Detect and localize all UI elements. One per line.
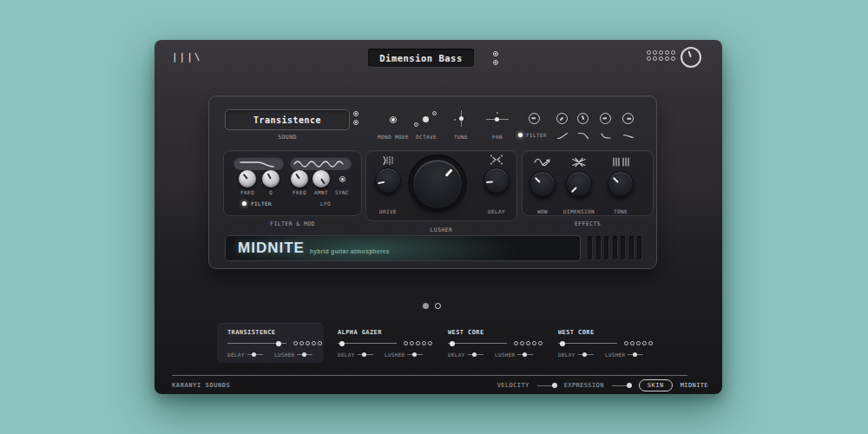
- dimension-label: DIMENSION: [553, 208, 605, 214]
- lusher-section-label: LUSHER: [365, 227, 517, 233]
- sound-selector[interactable]: Transistence: [225, 109, 350, 130]
- tone-label: TONE: [603, 208, 638, 214]
- strip-lusher-slider[interactable]: [297, 354, 312, 355]
- strip-slider[interactable]: [227, 343, 286, 344]
- delay-icon: [490, 155, 503, 165]
- product-banner: MIDNITE hybrid guitar atmospheres: [225, 235, 581, 261]
- preset-strip[interactable]: WEST COREDELAYLUSHER: [548, 323, 654, 363]
- preset-strip[interactable]: ALPHA GAZERDELAYLUSHER: [327, 323, 434, 363]
- sync-button[interactable]: [339, 176, 345, 182]
- velocity-slider[interactable]: [537, 385, 556, 386]
- preset-strip[interactable]: WEST COREDELAYLUSHER: [437, 323, 544, 363]
- strip-delay-label: DELAY: [227, 352, 245, 358]
- filter-knob-3[interactable]: [600, 113, 611, 124]
- wow-icon: [533, 156, 552, 168]
- filter-curve-lowpass-icon[interactable]: [577, 132, 589, 140]
- footer-divider: [172, 375, 687, 376]
- strip-delay-slider[interactable]: [247, 354, 263, 355]
- filter-led[interactable]: [518, 133, 523, 137]
- lfo-amount-knob[interactable]: [312, 170, 330, 187]
- master-volume-knob[interactable]: [681, 47, 701, 68]
- strip-lusher-slider[interactable]: [517, 354, 533, 355]
- pan-tick: [496, 112, 498, 114]
- strip-slider-handle[interactable]: [450, 341, 455, 346]
- sound-label: SOUND: [225, 134, 350, 141]
- filter-enable-led[interactable]: [242, 201, 247, 206]
- strip-dots[interactable]: [624, 341, 653, 345]
- plugin-window: |||\ Dimension Bass Transistence SOUND M…: [155, 40, 722, 394]
- strip-lusher-slider[interactable]: [407, 354, 423, 355]
- filter-knob-1[interactable]: [556, 113, 568, 124]
- pan-slider-handle[interactable]: [495, 117, 499, 122]
- preset-display[interactable]: Dimension Bass: [368, 49, 474, 67]
- voice-dots-grid[interactable]: [647, 50, 675, 61]
- sound-up-button[interactable]: [353, 111, 358, 116]
- preset-name: Dimension Bass: [379, 53, 463, 63]
- preset-down-button[interactable]: [493, 60, 498, 65]
- lusher-box: DRIVE DELAY: [365, 150, 517, 221]
- strip-delay-slider[interactable]: [468, 354, 483, 355]
- strip-dots[interactable]: [514, 341, 542, 345]
- mono-mode-button[interactable]: [390, 116, 397, 123]
- strip-lusher-label: LUSHER: [274, 352, 294, 358]
- strip-slider[interactable]: [338, 343, 397, 344]
- tune-tick: [454, 119, 456, 121]
- lfo-label: LFO: [308, 201, 343, 207]
- strip-delay-label: DELAY: [448, 352, 465, 358]
- lusher-knob[interactable]: [412, 159, 463, 209]
- lfo-shape-display[interactable]: [290, 157, 352, 170]
- filter-curve-soft-icon[interactable]: [622, 132, 635, 140]
- brand-label: KARANYI SOUNDS: [172, 382, 230, 389]
- filter-row-label: FILTER: [526, 132, 547, 138]
- strip-title: WEST CORE: [558, 329, 595, 336]
- lfo-freq-knob[interactable]: [291, 170, 308, 187]
- strip-slider[interactable]: [558, 343, 617, 344]
- tune-slider-handle[interactable]: [459, 116, 464, 121]
- drive-label: DRIVE: [371, 208, 405, 214]
- octave-low-button[interactable]: [414, 122, 418, 127]
- strip-slider-handle[interactable]: [560, 341, 565, 346]
- effects-box: WOW DIMENSION TONE: [522, 150, 654, 216]
- page-dot-2[interactable]: [435, 303, 441, 309]
- expression-slider[interactable]: [612, 385, 631, 386]
- strip-slider-handle[interactable]: [276, 341, 281, 346]
- filter-curve-fall-icon[interactable]: [600, 132, 612, 140]
- delay-label: DELAY: [479, 208, 514, 214]
- footer-bar: KARANYI SOUNDS VELOCITY EXPRESSION SKIN …: [155, 377, 722, 394]
- strip-slider-handle[interactable]: [339, 341, 345, 346]
- page-dot-1[interactable]: [423, 303, 429, 309]
- banner-title: MIDNITE: [238, 240, 305, 257]
- strip-lusher-label: LUSHER: [495, 352, 515, 358]
- filter-q-knob[interactable]: [262, 170, 279, 187]
- preset-up-button[interactable]: [493, 51, 498, 56]
- dimension-icon: [571, 157, 587, 168]
- strip-dots[interactable]: [404, 341, 432, 345]
- dimension-knob[interactable]: [566, 171, 592, 197]
- strip-title: WEST CORE: [448, 329, 484, 336]
- filter-freq-knob[interactable]: [239, 170, 256, 187]
- strip-lusher-slider[interactable]: [628, 354, 643, 355]
- preset-strip[interactable]: TRANSISTENCEDELAYLUSHER: [217, 323, 324, 363]
- delay-knob[interactable]: [483, 168, 510, 194]
- strip-slider[interactable]: [448, 343, 507, 344]
- octave-mid-button[interactable]: [423, 116, 429, 122]
- drive-knob[interactable]: [375, 168, 401, 194]
- tune-label: TUNE: [440, 134, 482, 140]
- strip-delay-slider[interactable]: [358, 354, 373, 355]
- filter-knob-4[interactable]: [622, 113, 634, 124]
- filter-curve-rise-icon[interactable]: [556, 132, 569, 140]
- sound-name: Transistence: [253, 115, 321, 125]
- q-label: Q: [259, 189, 283, 195]
- skin-button[interactable]: SKIN: [639, 379, 673, 391]
- sound-down-button[interactable]: [353, 120, 358, 125]
- strip-dots[interactable]: [293, 341, 322, 345]
- tone-knob[interactable]: [608, 171, 634, 197]
- wow-knob[interactable]: [529, 171, 556, 197]
- filter-main-knob[interactable]: [529, 113, 540, 124]
- strip-delay-slider[interactable]: [578, 354, 594, 355]
- filter-shape-display[interactable]: [233, 157, 284, 170]
- lfo-freq-label: FREQ: [287, 189, 312, 195]
- filter-knob-2[interactable]: [577, 113, 589, 124]
- octave-high-button[interactable]: [432, 111, 437, 115]
- strip-delay-label: DELAY: [558, 352, 575, 358]
